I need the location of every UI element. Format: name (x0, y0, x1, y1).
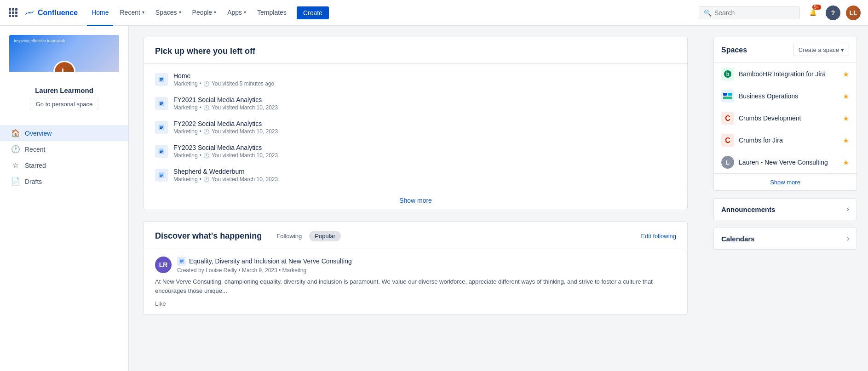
nav-apps-caret: ▾ (244, 10, 246, 15)
article-excerpt: At New Verve Consulting, championing equ… (155, 277, 676, 295)
create-space-label: Create a space (799, 46, 839, 53)
discover-article: LR Equality, Diversity and Inclusion at … (144, 249, 687, 314)
activity-item-3[interactable]: FY2023 Social Media Analytics Marketing … (144, 139, 687, 163)
svg-rect-27 (723, 93, 727, 96)
article-doc-icon (177, 257, 186, 266)
discover-article-content: Equality, Diversity and Inclusion at New… (177, 257, 676, 274)
discover-article-header: LR Equality, Diversity and Inclusion at … (155, 257, 676, 274)
pickup-show-more-link[interactable]: Show more (399, 197, 432, 204)
help-button[interactable]: ? (826, 6, 840, 20)
create-button[interactable]: Create (297, 6, 329, 19)
space-name-2: Crumbs Development (739, 114, 838, 122)
sidebar-item-recent[interactable]: 🕐 Recent (0, 141, 128, 157)
nav-people-caret: ▾ (214, 10, 216, 15)
space-item-4[interactable]: L Lauren - New Verve Consulting ★ (714, 151, 857, 173)
avatar-letter: L (62, 67, 67, 72)
search-input[interactable] (714, 9, 795, 17)
doc-icon-4 (155, 169, 168, 182)
svg-rect-17 (160, 174, 163, 174)
spaces-section: Spaces Create a space ▾ b BambooHR Integ… (713, 37, 857, 191)
spaces-show-more-link[interactable]: Show more (770, 179, 800, 186)
svg-rect-9 (160, 126, 163, 126)
personal-space-button[interactable]: Go to personal space (30, 98, 99, 110)
space-star-3: ★ (843, 136, 849, 145)
space-item-3[interactable]: C Crumbs for Jira ★ (714, 129, 857, 151)
nav-home[interactable]: Home (87, 0, 113, 26)
discover-tabs: Following Popular (271, 231, 341, 241)
pickup-section: Pick up where you left off Home Marketin… (144, 37, 688, 210)
space-star-0: ★ (843, 70, 849, 79)
pickup-show-more: Show more (144, 191, 687, 210)
sidebar-recent-label: Recent (25, 146, 45, 153)
activity-item-2[interactable]: FY2022 Social Media Analytics Marketing … (144, 115, 687, 139)
main-layout: Inspiring effective teamwork L Lauren Le… (0, 26, 868, 371)
calendars-row[interactable]: Calendars › (714, 228, 857, 249)
article-title[interactable]: Equality, Diversity and Inclusion at New… (189, 257, 352, 265)
nav-apps[interactable]: Apps ▾ (223, 0, 251, 26)
nav-spaces-caret: ▾ (179, 10, 181, 15)
article-meta: Created by Louise Reilly • March 9, 2023… (177, 267, 676, 274)
tab-popular[interactable]: Popular (309, 231, 341, 241)
edit-following-link[interactable]: Edit following (641, 233, 676, 240)
space-item-0[interactable]: b BambooHR Integration for Jira ★ (714, 63, 857, 85)
space-name-4: Lauren - New Verve Consulting (739, 159, 838, 166)
svg-text:L: L (726, 159, 730, 166)
activity-info-2: FY2022 Social Media Analytics Marketing … (173, 120, 676, 135)
nav-templates[interactable]: Templates (253, 0, 291, 26)
activity-info-0: Home Marketing • 🕐 You visited 5 minutes… (173, 72, 676, 87)
svg-rect-2 (160, 80, 163, 80)
activity-item-0[interactable]: Home Marketing • 🕐 You visited 5 minutes… (144, 68, 687, 91)
space-item-2[interactable]: C Crumbs Development ★ (714, 107, 857, 129)
like-button[interactable]: Like (155, 300, 166, 307)
activity-title-2: FY2022 Social Media Analytics (173, 120, 676, 127)
activity-title-3: FY2023 Social Media Analytics (173, 144, 676, 151)
sidebar-item-drafts[interactable]: 📄 Drafts (0, 173, 128, 189)
activity-item-4[interactable]: Shepherd & Wedderburn Marketing • 🕐 You … (144, 163, 687, 187)
space-item-1[interactable]: Business Operations ★ (714, 85, 857, 107)
svg-rect-29 (723, 97, 732, 99)
space-name-1: Business Operations (739, 92, 838, 100)
activity-title-1: FY2021 Social Media Analytics (173, 96, 676, 103)
space-name-0: BambooHR Integration for Jira (739, 70, 838, 78)
home-icon: 🏠 (11, 129, 20, 137)
article-author-avatar: LR (155, 257, 172, 273)
grid-menu-icon[interactable] (7, 7, 18, 18)
bell-icon: 🔔 (809, 9, 817, 16)
svg-rect-13 (160, 150, 163, 150)
nav-recent[interactable]: Recent ▾ (115, 0, 149, 26)
activity-item-1[interactable]: FY2021 Social Media Analytics Marketing … (144, 91, 687, 115)
pickup-header: Pick up where you left off (144, 37, 687, 64)
svg-rect-19 (160, 176, 162, 177)
svg-rect-7 (160, 104, 162, 105)
svg-text:b: b (726, 71, 730, 77)
notifications-button[interactable]: 🔔 9+ (805, 6, 820, 20)
nav-people[interactable]: People ▾ (188, 0, 221, 26)
space-logo-3: C (721, 134, 734, 147)
calendars-title: Calendars (721, 235, 755, 243)
svg-rect-14 (160, 151, 163, 152)
nav-spaces[interactable]: Spaces ▾ (151, 0, 186, 26)
svg-rect-15 (160, 152, 162, 153)
tab-following[interactable]: Following (271, 231, 307, 241)
activity-info-4: Shepherd & Wedderburn Marketing • 🕐 You … (173, 168, 676, 183)
spaces-title: Spaces (721, 46, 747, 54)
confluence-logo[interactable]: Confluence (24, 7, 78, 18)
user-avatar[interactable]: LL (846, 6, 861, 20)
recent-icon: 🕐 (11, 145, 20, 154)
create-space-button[interactable]: Create a space ▾ (793, 44, 849, 56)
sidebar-starred-label: Starred (25, 162, 46, 169)
space-star-1: ★ (843, 92, 849, 101)
spaces-header: Spaces Create a space ▾ (714, 37, 857, 63)
announcements-row[interactable]: Announcements › (714, 199, 857, 220)
svg-rect-21 (180, 260, 184, 261)
sidebar-item-overview[interactable]: 🏠 Overview (0, 125, 128, 141)
activity-meta-2: Marketing • 🕐 You visited March 10, 2023 (173, 128, 676, 135)
space-logo-0: b (721, 68, 734, 80)
sidebar-drafts-label: Drafts (25, 178, 42, 185)
doc-icon-2 (155, 121, 168, 134)
activity-meta-1: Marketing • 🕐 You visited March 10, 2023 (173, 104, 676, 111)
svg-rect-3 (160, 80, 162, 81)
svg-rect-6 (160, 103, 163, 104)
search-box[interactable]: 🔍 (699, 6, 800, 19)
sidebar-item-starred[interactable]: ☆ Starred (0, 157, 128, 173)
